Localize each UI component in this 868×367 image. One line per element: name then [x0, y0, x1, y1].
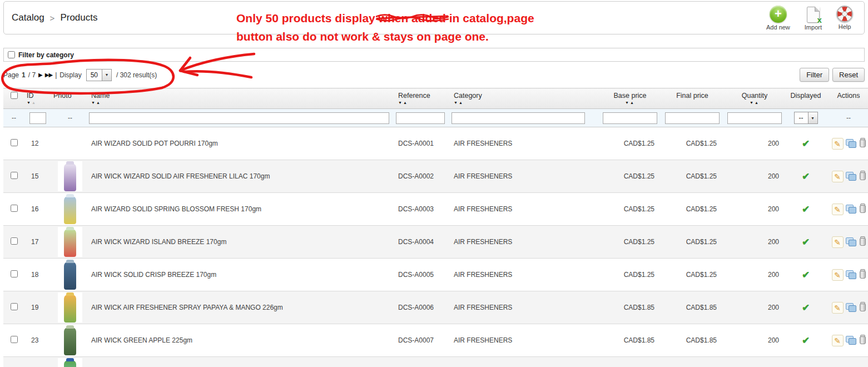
sort-desc-icon: ▼: [625, 101, 630, 105]
base-price-sort-icons[interactable]: ▼▲: [599, 101, 661, 105]
breadcrumb-products[interactable]: Products: [60, 12, 97, 23]
add-new-icon: +: [770, 6, 787, 23]
add-new-label: Add new: [766, 24, 790, 31]
row-checkbox[interactable]: [11, 303, 18, 310]
column-header-quantity[interactable]: Quantity ▼▲: [723, 88, 786, 109]
row-actions: ✎: [826, 302, 868, 314]
product-name: AIR WICK AIR FRESHENER SPRAY PAPAYA & MA…: [89, 291, 396, 324]
row-checkbox[interactable]: [11, 336, 18, 343]
delete-icon[interactable]: [860, 336, 866, 344]
duplicate-icon[interactable]: [846, 139, 856, 148]
product-photo: [58, 227, 82, 257]
row-checkbox[interactable]: [11, 205, 18, 212]
reference-filter-input[interactable]: [396, 112, 445, 124]
product-reference: DCS-A0007: [396, 324, 452, 357]
product-final-price: CAD$1.85: [661, 291, 723, 324]
product-id: 19: [24, 291, 51, 324]
name-sort-icons[interactable]: ▼▲: [89, 101, 396, 105]
edit-icon[interactable]: ✎: [832, 236, 844, 248]
delete-icon[interactable]: [860, 304, 866, 311]
page-label: Page: [3, 71, 19, 79]
help-button[interactable]: Help: [836, 6, 853, 31]
sort-asc-icon: ▲: [630, 101, 635, 105]
breadcrumb-separator-icon: >: [50, 13, 55, 23]
displayed-filter-select[interactable]: -- ▼: [794, 112, 818, 124]
row-checkbox[interactable]: [11, 172, 18, 179]
delete-icon[interactable]: [860, 205, 866, 213]
column-header-name[interactable]: Name ▼▲: [89, 88, 396, 109]
delete-icon[interactable]: [860, 172, 866, 180]
edit-icon[interactable]: ✎: [832, 171, 844, 182]
table-header-row: ID ▼▲ Photo Name ▼▲ Reference ▼▲ Categor…: [3, 88, 868, 109]
edit-icon[interactable]: ✎: [832, 302, 844, 314]
product-reference: DCS-A0005: [396, 259, 452, 291]
displayed-check-icon: ✔: [802, 270, 810, 280]
reset-button[interactable]: Reset: [832, 68, 865, 82]
final-price-filter-input[interactable]: [665, 112, 720, 124]
product-name: AIR WIZARD SOLID POT POURRI 170gm: [89, 127, 396, 160]
duplicate-icon[interactable]: [846, 172, 856, 181]
column-header-photo: Photo: [51, 88, 89, 109]
product-id: 18: [24, 259, 51, 291]
id-filter-input[interactable]: [29, 112, 46, 124]
edit-icon[interactable]: ✎: [832, 269, 844, 281]
category-sort-icons[interactable]: ▼▲: [452, 101, 599, 105]
quantity-filter-input[interactable]: [727, 112, 782, 124]
duplicate-icon[interactable]: [846, 336, 856, 345]
reference-sort-icons[interactable]: ▼▲: [396, 101, 452, 105]
filter-button[interactable]: Filter: [800, 68, 829, 82]
row-checkbox[interactable]: [11, 270, 18, 277]
product-id: 16: [24, 193, 51, 226]
duplicate-icon[interactable]: [846, 205, 856, 214]
sort-desc-icon: ▼: [454, 101, 459, 105]
sort-desc-icon: ▼: [91, 101, 96, 105]
column-header-category[interactable]: Category ▼▲: [452, 88, 599, 109]
product-final-price: CAD$1.85: [661, 357, 723, 367]
duplicate-icon[interactable]: [846, 270, 856, 279]
column-header-base-price[interactable]: Base price ▼▲: [599, 88, 661, 109]
delete-icon[interactable]: [860, 271, 866, 279]
row-checkbox[interactable]: [11, 237, 18, 245]
delete-icon[interactable]: [860, 140, 866, 147]
add-new-button[interactable]: + Add new: [766, 6, 790, 31]
display-count-select[interactable]: 50 ▼: [86, 69, 112, 81]
duplicate-icon[interactable]: [846, 237, 856, 246]
next-page-icon[interactable]: ▶: [38, 72, 42, 78]
name-filter-input[interactable]: [89, 112, 389, 124]
product-quantity: 200: [723, 127, 786, 160]
select-all-checkbox[interactable]: [11, 92, 18, 99]
breadcrumb-catalog[interactable]: Catalog: [12, 12, 44, 23]
column-header-reference[interactable]: Reference ▼▲: [396, 88, 452, 109]
quantity-sort-icons[interactable]: ▼▲: [723, 101, 786, 105]
import-label: Import: [805, 24, 822, 31]
product-category: AIR FRESHENERS: [452, 193, 599, 226]
product-quantity: 200: [723, 324, 786, 357]
duplicate-icon[interactable]: [846, 303, 856, 312]
column-header-final-price: Final price: [661, 88, 723, 109]
row-actions: ✎: [826, 204, 868, 215]
row-actions: ✎: [826, 171, 868, 182]
product-photo-image: [64, 360, 76, 367]
category-filter-input[interactable]: [452, 112, 585, 124]
last-page-icon[interactable]: ▶▶: [45, 72, 52, 78]
edit-icon[interactable]: ✎: [832, 335, 844, 346]
product-reference: DCS-A0002: [396, 160, 452, 193]
edit-icon[interactable]: ✎: [832, 138, 844, 150]
row-checkbox[interactable]: [11, 139, 18, 146]
product-category: AIR FRESHENERS: [452, 226, 599, 259]
product-photo-image: [64, 196, 76, 224]
import-button[interactable]: Import: [805, 6, 822, 31]
filter-by-category-checkbox[interactable]: [8, 51, 15, 58]
displayed-filter-value: --: [795, 112, 808, 123]
id-sort-icons[interactable]: ▼▲: [24, 101, 51, 105]
delete-icon[interactable]: [860, 238, 866, 246]
column-header-id[interactable]: ID ▼▲: [24, 88, 51, 109]
product-base-price: CAD$1.85: [599, 357, 661, 367]
top-actions: + Add new Import Help: [766, 6, 853, 31]
base-price-filter-input[interactable]: [603, 112, 657, 124]
product-final-price: CAD$1.25: [661, 127, 723, 160]
edit-icon[interactable]: ✎: [832, 204, 844, 215]
toolbar-buttons: Filter Reset: [800, 68, 865, 82]
product-base-price: CAD$1.85: [599, 291, 661, 324]
row-actions: ✎: [826, 138, 868, 150]
